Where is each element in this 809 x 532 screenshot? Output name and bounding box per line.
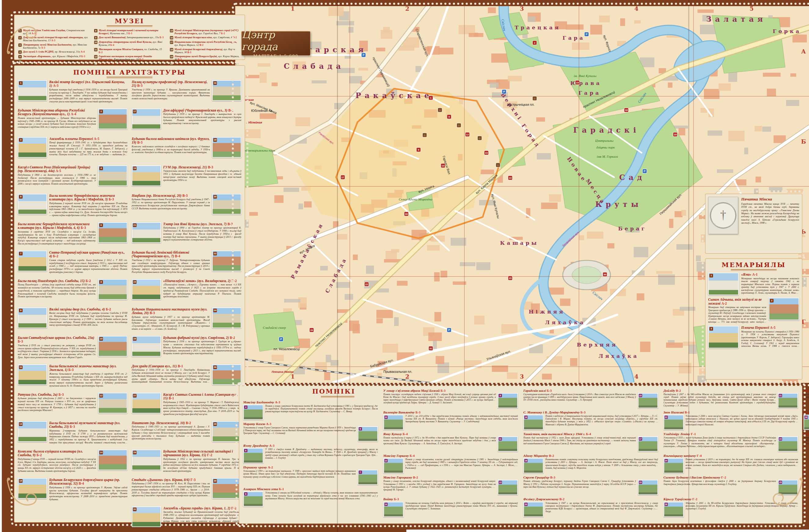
architecture-entry: 27Касцёл Святых Сымона і Алены (Савецкая… bbox=[132, 393, 241, 419]
monument-title: Войту Б-3 bbox=[383, 497, 518, 501]
entry-name: Былы базыльянскі жаночы манастыр bbox=[49, 364, 110, 368]
monument-name: Марату Казею bbox=[243, 422, 266, 426]
monument-entry: Феліксу Дзяржынскаму В-220Усталяваны ў 1… bbox=[523, 497, 658, 517]
monument-body: 19Помнік лётчыку, ураджэнцу Беларусі, пе… bbox=[523, 480, 658, 495]
photo-number-badge: 8 bbox=[244, 492, 247, 496]
architecture-entry: 2Будынак Міністэрства абароны Рэспублікі… bbox=[18, 108, 127, 135]
entry-name: Ратуша bbox=[18, 393, 31, 396]
memorial-name: Сынам Айчыны, якія загінулі за яе межамі bbox=[708, 298, 762, 305]
museum-name: Археалагічны музей «Верхні горад», bbox=[23, 59, 65, 62]
photo-thumbnail: 3 bbox=[18, 137, 47, 158]
monument-name: Міколу Гусоўскаму bbox=[804, 389, 809, 392]
museum-grid-ref: Б-4 bbox=[110, 44, 114, 47]
monument-description: У 1993 г. з'явіўся помнік Я. Драздовічу … bbox=[265, 448, 378, 463]
photo-thumbnail: 19 bbox=[638, 480, 658, 495]
monument-title: Звон Нагасакі В-1 bbox=[664, 410, 798, 414]
monument-body: 4Помнік у гонар славутага беларускага па… bbox=[243, 405, 378, 420]
monument-name: Максіму Горкаму bbox=[383, 454, 410, 458]
entry-text: Будынак Міністэрства абароны Рэспублікі … bbox=[18, 108, 96, 135]
museum-list-item: 8Музей гісторыі тэатральнай і музычнай к… bbox=[94, 29, 165, 35]
entry-name: Будынак фабрыкі-кухні bbox=[163, 336, 201, 340]
museum-icon: 8 bbox=[94, 29, 98, 32]
monument-grid-ref: В-2 bbox=[413, 476, 418, 479]
photo-thumbnail: 6 bbox=[243, 448, 263, 463]
photo-thumbnail: 17 bbox=[132, 108, 161, 129]
museum-text: Нацыянальны гістарычны музей Рэспублікі … bbox=[174, 40, 241, 47]
entry-text: Былы базыльянскі жаночы манастыр (вул. Э… bbox=[49, 364, 127, 391]
photo-number-badge: 5 bbox=[359, 427, 362, 431]
photo-thumbnail: 28 bbox=[212, 421, 241, 442]
monument-title: С. Манюшку і В. Дуніну-Марцінкевічу Б-3 bbox=[523, 410, 658, 414]
entry-title: Касцёл Святога Роха (Найсвяцейшай Тройцы… bbox=[18, 165, 96, 173]
photo-number-badge: 3 bbox=[19, 138, 23, 142]
monument-grid-ref: Б-3 bbox=[441, 389, 445, 392]
entry-description: Пабудаваны ў 1905–1910 гг. па праекце У.… bbox=[163, 401, 241, 416]
museum-grid-ref: Б-3 bbox=[81, 55, 85, 58]
architecture-entry: 13Былы базыльянскі мужчынскі манастыр (п… bbox=[18, 421, 127, 447]
entry-description: Мураваны 2-павярховы будынак базыльянска… bbox=[49, 429, 127, 444]
monument-body: 27Пастаўлены ў гонар беларускага паэта, … bbox=[804, 393, 809, 408]
entry-description: Пабудаваны ў 1890 г. як Гарадскі тэатр п… bbox=[163, 226, 241, 241]
museum-name: Дзяржаўны літаратурны музей Янкі Купалы, bbox=[99, 40, 153, 44]
monument-grid-ref: Б-4 bbox=[586, 432, 591, 436]
entry-text: Вялікі гасціны двор (пл. Свабоды, 4) Б-2… bbox=[49, 307, 127, 334]
stadium-dynama bbox=[563, 260, 610, 290]
monument-name: Адаму Міцкевічу bbox=[523, 454, 549, 458]
museum-name: Дом-музей Ваньковічаў, bbox=[99, 36, 127, 39]
monument-title: Язычніцкаму капішчу Г-4 bbox=[664, 454, 798, 458]
architecture-entry: 28Паштамт (пр. Незалежнасці, 10) В-2Пабу… bbox=[132, 421, 241, 447]
museum-address: вул. Карла Маркса, 12 bbox=[174, 44, 200, 47]
photo-thumbnail: 24 bbox=[664, 458, 684, 473]
museum-grid-ref: Б-2 bbox=[221, 32, 225, 35]
fold-crease bbox=[688, 0, 689, 532]
entry-text: Ансамбль плошчы Перамогі А-5Пачаў фармір… bbox=[49, 137, 127, 163]
monument-name: Язэпу Драздовічу bbox=[243, 444, 269, 447]
monument-body: 29Усталяваны ва ўшанаванне нябеснай заст… bbox=[804, 436, 809, 452]
entry-grid-ref: Б-3 bbox=[109, 198, 114, 201]
map-scale-label: МАШТАБ 1:5 600 bbox=[253, 54, 298, 58]
architecture-entry: 23«Пішчалаўскі замак» (вул. Валадарскага… bbox=[132, 279, 241, 305]
photo-number-badge: 20 bbox=[524, 503, 528, 506]
photo-thumbnail: 1 bbox=[708, 273, 739, 295]
monument-name: Войту bbox=[383, 497, 394, 501]
entry-grid-ref: Б-2 bbox=[86, 279, 91, 282]
monument-body: 16Помнік з надпісам «Стваральнікам белар… bbox=[523, 415, 658, 430]
entry-description: Самая старая пабудова горада. Была ўзвед… bbox=[49, 259, 127, 274]
map-title-box: Цэнтр горада МАШТАБ 1:5 600 bbox=[241, 31, 310, 56]
museum-grid-ref: А-3 bbox=[51, 39, 55, 42]
architecture-entry: 8Былы палац Пшаздзецкіх (пл. Свабоды, 15… bbox=[18, 279, 127, 305]
photo-number-badge: 16 bbox=[524, 416, 528, 419]
monument-title: Язэпу Драздовічу А-3 bbox=[243, 444, 378, 447]
monument-description: Помнік лётчыку, ураджэнцу Беларусі, перш… bbox=[523, 480, 636, 495]
museum-name: Музей гісторыі беларускага кіно, bbox=[174, 36, 213, 39]
photo-number-badge: 29 bbox=[133, 451, 137, 454]
entry-title: Дом афіцэраў (Чырвонаармейская вул., 3) … bbox=[163, 108, 241, 112]
monuments-list: Максіму Багдановічу А-34Помнік у гонар с… bbox=[243, 388, 798, 520]
entry-text: Паштамт (пр. Незалежнасці, 10) В-2Пабуда… bbox=[132, 421, 210, 447]
museum-name: Нацыянальны гістарычны музей Рэспублікі … bbox=[174, 40, 237, 44]
monument-title: Ахвярам Мінскага гета Б-1 bbox=[243, 487, 378, 491]
monument-title: Танкістам, якія вызвалялі Мінск у 1944 г… bbox=[523, 432, 658, 436]
entry-grid-ref: В-3 bbox=[150, 311, 155, 315]
museum-grid-ref: Б-3 bbox=[37, 62, 41, 65]
entry-name: Ансамбль плошчы Перамогі bbox=[49, 137, 94, 140]
museums-title: МУЗЕІ bbox=[18, 17, 241, 25]
monument-name: Ахвярам Мінскага гета bbox=[243, 487, 279, 491]
monument-title: Максіму Багдановічу А-3 bbox=[243, 400, 378, 404]
monument-name: Максіму Гарэцкаму bbox=[383, 476, 413, 479]
entry-description: Помнік неакласічнай архітэктуры — будына… bbox=[18, 117, 96, 128]
museum-icon: 6 bbox=[18, 59, 22, 63]
monument-name: Кірылу Тураўскаму bbox=[664, 497, 693, 501]
monument-body: 21Пастаўлены ў 2007 г. да 940-годдзя Мін… bbox=[664, 393, 798, 408]
entry-text: Дом урада (Савецкая вул., 11) В-1Пабудав… bbox=[132, 364, 210, 391]
museum-address: вул. Гарадскі Вал, 7 bbox=[199, 32, 221, 35]
monument-description: У 2010 г. на 210-годдзе з дня нараджэння… bbox=[406, 415, 518, 430]
photo-thumbnail: 4 bbox=[98, 165, 127, 186]
entry-name: Будынак Беларускага дзяржаўнага цырка bbox=[49, 478, 114, 482]
monument-name: У гонар з'яўлення абраза Маці Божай bbox=[383, 389, 441, 392]
photo-number-badge: 27 bbox=[133, 394, 137, 397]
monument-description: Скульптурная кампазіцыя «Гарадскія шалі»… bbox=[523, 393, 636, 408]
memorial-grid-ref: А-2 bbox=[721, 302, 727, 305]
monument-grid-ref: Б-3 bbox=[581, 410, 585, 414]
tourist-map-poster: ТатарскаяСлабадаРакаўскаеТраецкаяГараЮра… bbox=[0, 0, 809, 532]
